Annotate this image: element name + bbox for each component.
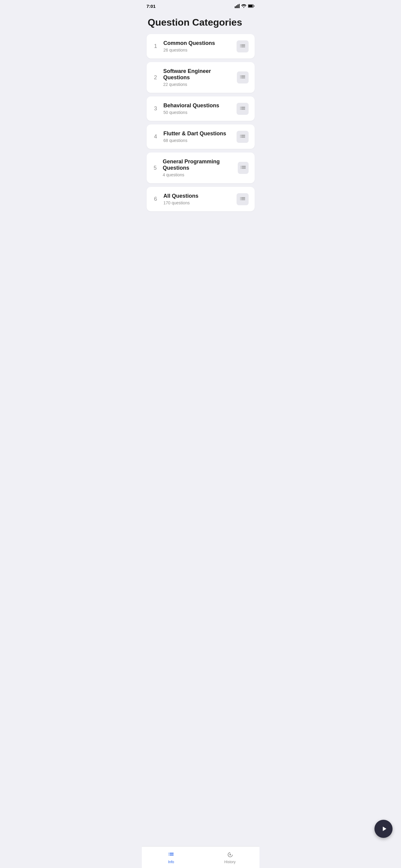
battery-icon (248, 4, 255, 8)
signal-icon (235, 4, 239, 8)
category-card[interactable]: 5 General Programming Questions 4 questi… (147, 153, 255, 183)
wifi-icon (241, 4, 246, 8)
card-subtitle: 170 questions (164, 200, 199, 205)
card-title: General Programming Questions (163, 158, 238, 171)
card-number: 3 (153, 105, 159, 112)
card-title: Behavioral Questions (164, 102, 219, 109)
card-left: 5 General Programming Questions 4 questi… (153, 158, 238, 177)
card-subtitle: 4 questions (163, 173, 238, 177)
category-card[interactable]: 6 All Questions 170 questions (147, 187, 255, 211)
card-left: 1 Common Questions 26 questions (153, 40, 215, 53)
status-bar: 7:01 (142, 0, 259, 12)
svg-rect-2 (237, 4, 238, 8)
category-card[interactable]: 1 Common Questions 26 questions (147, 34, 255, 59)
category-card[interactable]: 3 Behavioral Questions 50 questions (147, 96, 255, 121)
status-icons (235, 4, 255, 8)
card-subtitle: 22 questions (163, 82, 237, 87)
category-list: 1 Common Questions 26 questions 2 Softwa… (142, 34, 259, 211)
card-number: 2 (153, 74, 159, 81)
list-detail-icon (239, 133, 246, 140)
card-subtitle: 26 questions (164, 48, 215, 53)
card-title: Software Engineer Questions (163, 68, 237, 81)
list-detail-icon (239, 74, 246, 81)
card-list-icon (238, 162, 249, 174)
status-time: 7:01 (147, 4, 156, 9)
card-list-icon (236, 193, 249, 205)
card-subtitle: 68 questions (164, 138, 226, 143)
category-card[interactable]: 4 Flutter & Dart Questions 68 questions (147, 124, 255, 149)
card-number: 5 (153, 165, 158, 171)
card-left: 2 Software Engineer Questions 22 questio… (153, 68, 237, 87)
card-number: 4 (153, 133, 159, 140)
list-detail-icon (239, 196, 246, 203)
card-title: All Questions (164, 193, 199, 199)
card-list-icon (236, 103, 249, 115)
card-left: 6 All Questions 170 questions (153, 193, 199, 205)
card-subtitle: 50 questions (164, 110, 219, 115)
card-list-icon (237, 71, 249, 84)
list-detail-icon (240, 164, 247, 171)
list-detail-icon (239, 105, 246, 112)
card-left: 4 Flutter & Dart Questions 68 questions (153, 130, 226, 143)
card-left: 3 Behavioral Questions 50 questions (153, 102, 219, 115)
category-card[interactable]: 2 Software Engineer Questions 22 questio… (147, 62, 255, 93)
card-title: Common Questions (164, 40, 215, 46)
svg-rect-5 (248, 5, 253, 7)
card-list-icon (236, 131, 249, 143)
card-list-icon (236, 40, 249, 53)
card-number: 1 (153, 43, 159, 50)
card-title: Flutter & Dart Questions (164, 130, 226, 137)
svg-rect-1 (236, 5, 237, 8)
svg-rect-3 (239, 4, 239, 8)
page-title: Question Categories (142, 12, 259, 34)
card-number: 6 (153, 196, 159, 202)
list-detail-icon (239, 43, 246, 50)
svg-rect-0 (235, 6, 236, 8)
